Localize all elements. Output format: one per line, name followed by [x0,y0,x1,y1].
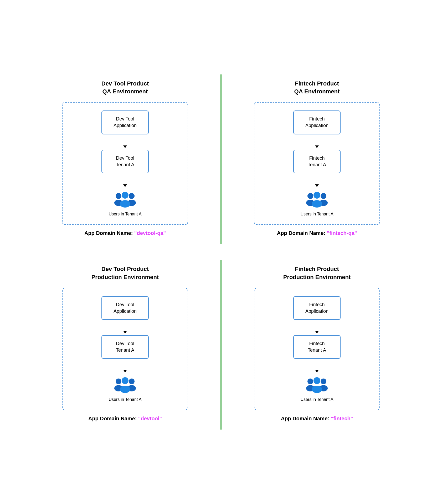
domain-value-fintech-qa: "fintech-qa" [327,230,357,236]
svg-point-14 [129,379,135,384]
dashed-box-devtool-qa: Dev ToolApplication Dev ToolTenant A [62,102,188,225]
users-label-devtool-prod: Users in Tenant A [109,397,141,402]
vertical-divider [220,260,222,430]
arrow-line [125,175,125,184]
arrow-line [125,360,125,370]
panel-title-fintech-qa: Fintech ProductQA Environment [294,80,340,96]
arrow-line [317,136,317,145]
arrow-line [317,175,317,184]
arrow-head [123,370,127,372]
users-icon-fintech-qa [305,190,329,209]
arrow-head [315,184,319,187]
app-node-fintech-prod: FintechApplication [293,296,341,320]
arrow-tenant-users-fintech-qa [315,175,319,187]
users-label-fintech-prod: Users in Tenant A [300,397,333,402]
app-node-devtool-qa: Dev ToolApplication [101,110,149,134]
svg-point-4 [122,192,129,199]
arrow-head [315,145,319,148]
svg-point-23 [312,386,322,393]
svg-point-22 [313,377,320,384]
arrow-head [315,370,319,372]
svg-point-20 [321,379,326,384]
app-node-devtool-prod: Dev ToolApplication [101,296,149,320]
arrow-head [123,184,127,187]
domain-value-devtool-qa: "devtool-qa" [134,230,166,236]
arrow-head [315,331,319,334]
dashed-box-fintech-prod: FintechApplication FintechTenant A [254,288,380,411]
arrow-tenant-users-fintech-prod [315,360,319,372]
tenant-node-fintech-qa: FintechTenant A [293,150,341,173]
domain-label-devtool-qa: App Domain Name: "devtool-qa" [84,230,166,236]
svg-point-10 [313,192,320,199]
users-label-fintech-qa: Users in Tenant A [300,212,333,216]
arrow-app-tenant-fintech-prod [315,321,319,334]
tenant-node-devtool-prod: Dev ToolTenant A [101,335,149,359]
svg-point-8 [321,193,326,199]
vertical-divider [220,74,222,244]
users-icon-fintech-prod [305,376,329,394]
arrow-head [123,331,127,334]
panel-devtool-prod: Dev Tool ProductProduction Environment D… [29,260,221,430]
panel-title-devtool-qa: Dev Tool ProductQA Environment [101,80,149,96]
panel-fintech-qa: Fintech ProductQA Environment FintechApp… [221,74,413,244]
domain-label-fintech-prod: App Domain Name: "fintech" [281,416,353,422]
row-0: Dev Tool ProductQA Environment Dev ToolA… [29,74,413,244]
arrow-line [317,321,317,331]
dashed-box-devtool-prod: Dev ToolApplication Dev ToolTenant A [62,288,188,411]
arrow-tenant-users-devtool-qa [123,175,127,187]
users-icon-devtool-qa [113,190,137,209]
domain-label-devtool-prod: App Domain Name: "devtool" [88,416,162,422]
arrow-line [317,360,317,370]
panel-devtool-qa: Dev Tool ProductQA Environment Dev ToolA… [29,74,221,244]
page-container: Dev Tool ProductQA Environment Dev ToolA… [24,64,418,440]
dashed-box-fintech-qa: FintechApplication FintechTenant A [254,102,380,225]
tenant-node-fintech-prod: FintechTenant A [293,335,341,359]
svg-point-2 [129,193,135,199]
domain-value-fintech-prod: "fintech" [331,416,353,421]
arrow-app-tenant-devtool-prod [123,321,127,334]
svg-point-0 [116,193,121,199]
app-node-fintech-qa: FintechApplication [293,110,341,134]
svg-point-11 [312,200,322,208]
users-icon-devtool-prod [113,376,137,394]
domain-value-devtool-prod: "devtool" [138,416,162,421]
svg-point-12 [116,379,121,384]
svg-point-5 [120,200,130,208]
tenant-node-devtool-qa: Dev ToolTenant A [101,150,149,173]
svg-point-16 [122,377,129,384]
panel-title-devtool-prod: Dev Tool ProductProduction Environment [91,265,159,281]
arrow-app-tenant-devtool-qa [123,136,127,148]
row-1: Dev Tool ProductProduction Environment D… [29,260,413,430]
svg-point-18 [307,379,313,384]
arrow-line [125,136,125,145]
panel-fintech-prod: Fintech ProductProduction Environment Fi… [221,260,413,430]
panel-title-fintech-prod: Fintech ProductProduction Environment [283,265,351,281]
svg-point-6 [307,193,313,199]
users-label-devtool-qa: Users in Tenant A [109,212,141,216]
arrow-line [125,321,125,331]
domain-label-fintech-qa: App Domain Name: "fintech-qa" [277,230,357,236]
arrow-app-tenant-fintech-qa [315,136,319,148]
arrow-tenant-users-devtool-prod [123,360,127,372]
arrow-head [123,145,127,148]
svg-point-17 [120,386,130,393]
